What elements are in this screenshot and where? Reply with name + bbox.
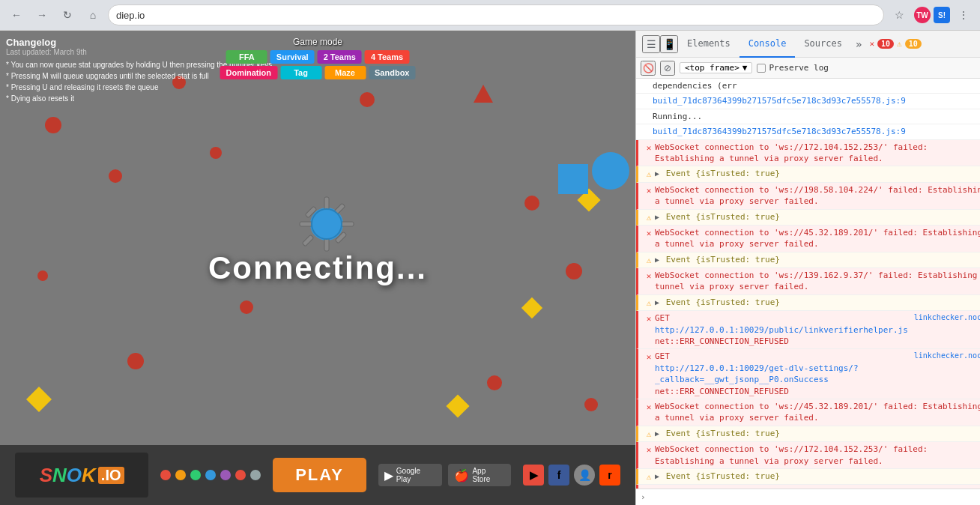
preserve-log-checkbox[interactable] bbox=[757, 64, 766, 73]
color-dot bbox=[220, 470, 231, 480]
mode-btn-domination[interactable]: Domination bbox=[220, 66, 278, 79]
frame-selector[interactable]: <top frame> ▼ bbox=[680, 62, 752, 73]
profile-icon[interactable]: 👤 bbox=[574, 465, 595, 486]
error-icon: ✕ bbox=[643, 444, 655, 456]
log-content: WebSocket connection to 'ws://45.32.189.… bbox=[655, 227, 980, 250]
mode-btn-tag[interactable]: Tag bbox=[280, 66, 321, 79]
console-input-field[interactable] bbox=[649, 492, 980, 502]
console-toolbar: 🚫 ⊘ <top frame> ▼ Preserve log bbox=[636, 58, 980, 79]
expand-icon[interactable]: ▶ bbox=[655, 298, 659, 306]
log-content: ▶ Event {isTrusted: true} bbox=[655, 168, 980, 179]
game-shape bbox=[210, 147, 222, 159]
error-icon: ✕ bbox=[643, 351, 655, 363]
log-entry: Running... bbox=[636, 109, 980, 124]
game-shape bbox=[566, 263, 582, 279]
log-entry-warning: ⚠ ▶ Event {isTrusted: true} sdk.js:6 bbox=[636, 295, 980, 311]
preserve-log-toggle[interactable]: Preserve log bbox=[757, 63, 828, 73]
google-play-button[interactable]: ▶ Google Play bbox=[378, 464, 443, 486]
address-bar[interactable]: diep.io bbox=[108, 4, 884, 25]
avatar-s: S! bbox=[934, 7, 950, 23]
app-store-icon: 🍎 bbox=[454, 468, 469, 483]
expand-icon[interactable]: ▶ bbox=[655, 472, 659, 480]
game-shape bbox=[127, 353, 144, 369]
devtools-panel: ☰ 📱 Elements Console Sources » ✕ 10 ⚠ 10… bbox=[635, 31, 980, 505]
more-options-button[interactable]: ⋮ bbox=[953, 4, 974, 25]
expand-icon[interactable]: ▶ bbox=[655, 169, 659, 178]
back-button[interactable]: ← bbox=[6, 4, 27, 25]
error-count-badge: 10 bbox=[877, 39, 894, 49]
play-button[interactable]: PLAY bbox=[273, 458, 366, 492]
game-area[interactable]: Changelog Last updated: March 9th * You … bbox=[0, 31, 635, 505]
game-mode-bar: Game mode FFA Survival 2 Teams 4 Teams D… bbox=[220, 37, 416, 82]
mode-btn-survival[interactable]: Survival bbox=[270, 50, 315, 64]
log-entry-error: ✕ WebSocket connection to 'ws://45.32.18… bbox=[636, 226, 980, 252]
youtube-icon[interactable]: ▶ bbox=[523, 465, 544, 486]
app-store-button[interactable]: 🍎 App Store bbox=[448, 464, 511, 486]
devtools-inspect-button[interactable]: ☰ bbox=[642, 35, 660, 53]
log-entry-error: ✕ GET http://127.0.0.1:10029/get-dlv-set… bbox=[636, 349, 980, 399]
log-source[interactable]: linkchecker.nocache.js:208 bbox=[908, 351, 980, 361]
facebook-icon[interactable]: f bbox=[548, 465, 569, 486]
mode-btn-4teams[interactable]: 4 Teams bbox=[365, 50, 409, 64]
snok-letter-k: K bbox=[82, 464, 96, 487]
google-play-label: Google Play bbox=[396, 467, 437, 483]
game-shape bbox=[446, 394, 469, 417]
log-content: ▶ Event {isTrusted: true} bbox=[655, 471, 980, 482]
log-entry-warning: ⚠ ▶ Event {isTrusted: true} sdk.js:6 bbox=[636, 210, 980, 226]
error-link[interactable]: http://127.0.0.1:10029/public/linkverifi… bbox=[655, 325, 908, 335]
forward-button[interactable]: → bbox=[31, 4, 52, 25]
clear-console-button[interactable]: 🚫 bbox=[641, 61, 656, 76]
reload-button[interactable]: ↻ bbox=[57, 4, 78, 25]
mode-btn-sandbox[interactable]: Sandbox bbox=[369, 66, 415, 79]
log-entry-error: ✕ WebSocket connection to 'ws://139.162.… bbox=[636, 268, 980, 295]
console-output[interactable]: dependencies (err build_71dc87364399b271… bbox=[636, 79, 980, 489]
preserve-log-label: Preserve log bbox=[769, 63, 828, 73]
log-entry-error: ✕ WebSocket connection to 'ws://172.104.… bbox=[636, 442, 980, 469]
game-shape bbox=[240, 300, 253, 314]
warning-triangle-icon: ⚠ bbox=[897, 39, 902, 49]
tab-console[interactable]: Console bbox=[739, 31, 796, 58]
game-shape bbox=[45, 117, 61, 133]
expand-icon[interactable]: ▶ bbox=[655, 255, 659, 264]
reddit-icon[interactable]: r bbox=[599, 465, 620, 486]
tab-elements[interactable]: Elements bbox=[678, 31, 739, 58]
mode-btn-ffa[interactable]: FFA bbox=[226, 50, 267, 64]
devtools-device-button[interactable]: 📱 bbox=[660, 35, 678, 53]
log-content: WebSocket connection to 'ws://172.104.15… bbox=[655, 444, 980, 467]
tab-more-button[interactable]: » bbox=[851, 31, 866, 58]
log-content: WebSocket connection to 'ws://172.104.15… bbox=[655, 142, 980, 165]
filter-icon-button[interactable]: ⊘ bbox=[660, 61, 675, 76]
tab-sources[interactable]: Sources bbox=[795, 31, 851, 58]
snok-logo[interactable]: S N O K .IO bbox=[15, 453, 148, 498]
bookmark-button[interactable]: ☆ bbox=[889, 4, 910, 25]
log-content: GET http://127.0.0.1:10029/public/linkve… bbox=[655, 312, 908, 347]
expand-icon[interactable]: ▶ bbox=[655, 213, 659, 221]
mode-btn-maze[interactable]: Maze bbox=[324, 66, 366, 79]
log-entry-warning: ⚠ ▶ Event {isTrusted: true} sdk.js:6 bbox=[636, 426, 980, 442]
log-entry: build_71dc87364399b271575dfc5e718c3d93c7… bbox=[636, 94, 980, 109]
game-shape bbox=[360, 92, 375, 107]
color-dot bbox=[205, 470, 216, 480]
avatar-tw: TW bbox=[914, 7, 931, 23]
game-shape bbox=[472, 83, 494, 109]
game-shape bbox=[109, 169, 122, 183]
log-source[interactable]: linkchecker.nocache.js:372 bbox=[908, 312, 980, 323]
log-content: WebSocket connection to 'ws://45.32.189.… bbox=[655, 401, 980, 424]
home-button[interactable]: ⌂ bbox=[82, 4, 103, 25]
game-shape bbox=[487, 375, 502, 390]
social-icons: ▶ f 👤 r bbox=[523, 465, 620, 486]
google-play-icon: ▶ bbox=[384, 468, 393, 483]
warning-icon: ⚠ bbox=[643, 169, 655, 180]
log-content: dependencies (err bbox=[653, 80, 980, 91]
svg-rect-7 bbox=[302, 235, 314, 247]
log-content: WebSocket connection to 'ws://198.58.104… bbox=[655, 184, 980, 208]
game-player-circle bbox=[592, 152, 629, 190]
game-mode-title: Game mode bbox=[220, 37, 416, 47]
mode-btn-2teams[interactable]: 2 Teams bbox=[318, 50, 362, 64]
svg-marker-10 bbox=[474, 85, 493, 103]
log-entry-warning: ⚠ ▶ Event {isTrusted: true} sdk.js:6 bbox=[636, 166, 980, 182]
error-link[interactable]: http://127.0.0.1:10029/get-dlv-settings/… bbox=[655, 363, 859, 384]
log-entry-error: ✕ WebSocket connection to 'ws://198.58.1… bbox=[636, 183, 980, 210]
expand-icon[interactable]: ▶ bbox=[655, 429, 659, 438]
warning-count-badge: 10 bbox=[905, 39, 922, 49]
